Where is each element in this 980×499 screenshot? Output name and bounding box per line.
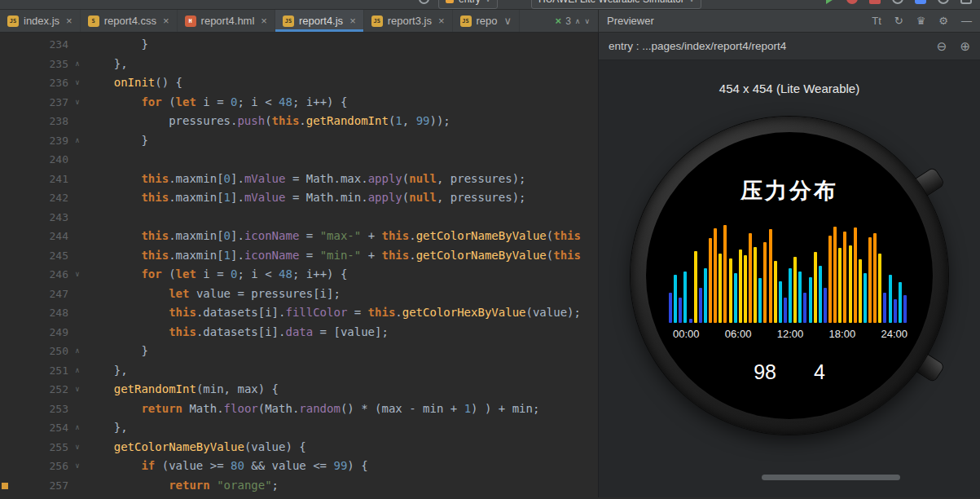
code-line[interactable]: 253 return Math.floor(Math.random() * (m… (0, 400, 598, 419)
close-tab-icon[interactable]: × (66, 15, 73, 27)
code-line[interactable]: 255∨ getColorNameByValue(value) { (0, 438, 598, 457)
code-line[interactable]: 254∧ }, (0, 418, 598, 438)
code-line[interactable]: 243 (0, 208, 598, 227)
fold-up-icon[interactable]: ∧ (68, 361, 86, 381)
code-line[interactable]: 257 return "orange"; (0, 476, 598, 496)
zoom-out-icon[interactable]: ⊖ (937, 39, 947, 54)
gutter-marker-cell (0, 227, 10, 246)
tab-report4.js[interactable]: JSreport4.js× (275, 10, 364, 32)
font-size-icon[interactable]: Tt (872, 15, 881, 27)
line-number: 243 (10, 208, 68, 227)
fold-up-icon[interactable]: ∧ (68, 55, 86, 74)
code-text: } (86, 35, 148, 55)
pressure-bar (749, 233, 752, 323)
line-number: 237 (10, 93, 68, 113)
code-line[interactable]: 236∨ onInit() { (0, 73, 598, 93)
device-select[interactable]: HUAWEI Lite Wearable Simulator ∨ (531, 0, 701, 9)
code-line[interactable]: 240 (0, 150, 598, 170)
code-line[interactable]: 249 this.datasets[i].data = [value]; (0, 323, 598, 342)
code-line[interactable]: 242 this.maxmin[1].mValue = Math.min.app… (0, 188, 598, 208)
max-value: 98 (754, 360, 776, 384)
fold-down-icon[interactable]: ∨ (68, 265, 86, 285)
chevron-down-icon: ∨ (486, 0, 491, 3)
close-tab-icon[interactable]: × (261, 15, 267, 27)
settings-icon[interactable] (960, 0, 972, 4)
gutter-marker-cell (0, 35, 10, 55)
run-config-select[interactable]: entry ∨ (438, 0, 498, 9)
min-value: 4 (814, 360, 825, 384)
problems-icon: × (556, 15, 562, 27)
code-line[interactable]: 238 pressures.push(this.getRandomInt(1, … (0, 112, 598, 131)
fold-up-icon[interactable]: ∧ (68, 342, 86, 361)
code-line[interactable]: 252∨ getRandomInt(min, max) { (0, 380, 598, 400)
line-number: 257 (10, 476, 68, 496)
fold-up-icon[interactable]: ∧ (68, 131, 86, 151)
code-line[interactable]: 256∨ if (value >= 80 && value <= 99) { (0, 457, 598, 476)
profiler-icon[interactable] (892, 0, 903, 4)
code-line[interactable]: 239∧ } (0, 131, 598, 151)
code-line[interactable]: 251∧ }, (0, 361, 598, 381)
next-problem-icon[interactable]: ∨ (584, 17, 590, 25)
prev-problem-icon[interactable]: ∧ (575, 17, 581, 25)
stop-icon[interactable] (869, 0, 881, 4)
pressure-bar (714, 228, 717, 323)
debug-icon[interactable] (846, 0, 858, 4)
code-line[interactable]: 234 } (0, 35, 598, 55)
fold-down-icon[interactable]: ∨ (68, 438, 86, 457)
code-text: this.datasets[i].fillColor = this.getCol… (86, 303, 581, 323)
gutter-marker-cell (0, 380, 10, 400)
code-line[interactable]: 241 this.maxmin[0].mValue = Math.max.app… (0, 170, 598, 189)
pressure-bar (704, 268, 707, 323)
previewer-subheader: entry : ...pages/index/report4/report4 ⊖… (599, 33, 980, 60)
tab-index.js[interactable]: JSindex.js× (0, 10, 81, 32)
inspections-widget[interactable]: ×3∧∨ (556, 10, 598, 32)
toolbar-icons (826, 0, 972, 4)
code-line[interactable]: 246∨ for (let i = 0; i < 48; i++) { (0, 265, 598, 285)
pressure-bar (903, 295, 907, 323)
close-tab-icon[interactable]: × (163, 15, 169, 27)
line-number: 242 (10, 188, 68, 208)
fold-up-icon[interactable]: ∧ (68, 418, 86, 438)
tab-label: repo (477, 15, 498, 27)
code-line[interactable]: 235∧ }, (0, 55, 598, 74)
code-line[interactable]: 248 this.datasets[i].fillColor = this.ge… (0, 303, 598, 323)
pressure-bar (674, 275, 677, 323)
code-line[interactable]: 244 this.maxmin[0].iconName = "max-" + t… (0, 227, 598, 246)
code-text: }, (86, 418, 128, 438)
pressure-bar (798, 272, 802, 323)
tab-report3.js[interactable]: JSreport3.js× (364, 10, 453, 32)
tab-list-chevron-icon[interactable]: ∨ (504, 15, 512, 27)
code-text: onInit() { (86, 73, 182, 93)
fold-down-icon[interactable]: ∨ (68, 380, 86, 400)
gutter-marker-cell (0, 476, 10, 496)
refresh-icon[interactable]: ↻ (894, 15, 903, 27)
code-line[interactable]: 245 this.maxmin[1].iconName = "min-" + t… (0, 246, 598, 266)
close-tab-icon[interactable]: × (438, 15, 445, 27)
tab-report4.css[interactable]: Sreport4.css× (81, 10, 178, 32)
zoom-in-icon[interactable]: ⊕ (960, 39, 970, 54)
fold-down-icon[interactable]: ∨ (68, 93, 86, 113)
preview-scrollbar-thumb[interactable] (762, 475, 900, 480)
tab-repo[interactable]: JSrepo∨ (453, 10, 521, 32)
fold-down-icon[interactable]: ∨ (68, 73, 86, 93)
close-tab-icon[interactable]: × (349, 15, 356, 27)
settings-icon[interactable]: ⚙ (938, 15, 948, 27)
line-number: 241 (10, 170, 68, 189)
run-icon[interactable] (826, 0, 835, 4)
line-number: 255 (10, 438, 68, 457)
tab-report4.hml[interactable]: Hreport4.hml× (178, 10, 275, 32)
fold-down-icon[interactable]: ∨ (68, 457, 86, 476)
code-line[interactable]: 237∨ for (let i = 0; i < 48; i++) { (0, 93, 598, 113)
inspect-icon[interactable]: ♛ (916, 15, 926, 27)
js-file-icon: JS (7, 15, 19, 27)
code-text: this.maxmin[0].mValue = Math.max.apply(n… (86, 170, 526, 189)
search-icon[interactable] (938, 0, 949, 4)
device-manager-icon[interactable] (915, 0, 926, 4)
minimize-icon[interactable]: — (961, 15, 972, 27)
fold-gutter (68, 35, 86, 55)
code-line[interactable]: 247 let value = pressures[i]; (0, 285, 598, 304)
time-label: 24:00 (881, 328, 907, 340)
code-line[interactable]: 250∧ } (0, 342, 598, 361)
fold-gutter (68, 246, 86, 266)
code-editor[interactable]: 234 }235∧ },236∨ onInit() {237∨ for (let… (0, 33, 599, 497)
